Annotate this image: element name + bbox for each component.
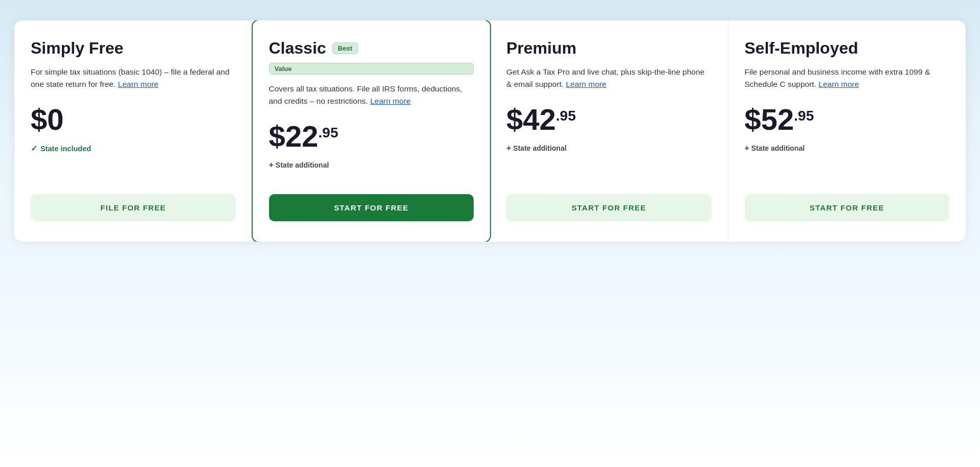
- plan-description-self-employed: File personal and business income with e…: [745, 66, 950, 90]
- cta-button-self-employed[interactable]: START FOR FREE: [745, 194, 950, 221]
- pricing-cards-container: Simply FreeFor simple tax situations (ba…: [14, 20, 966, 242]
- learn-more-link-self-employed[interactable]: Learn more: [818, 80, 859, 88]
- price-main-simply-free: $0: [31, 105, 236, 134]
- checkmark-icon: ✓: [31, 144, 37, 153]
- plan-name-premium: Premium: [506, 39, 711, 58]
- state-note-classic: + State additional: [269, 160, 474, 170]
- price-main-premium: $42.95: [506, 105, 711, 134]
- cta-button-premium[interactable]: START FOR FREE: [506, 194, 711, 221]
- plan-name-classic: ClassicBest: [269, 39, 474, 58]
- price-block-self-employed: $52.95: [745, 105, 950, 134]
- price-main-self-employed: $52.95: [745, 105, 950, 134]
- plan-description-premium: Get Ask a Tax Pro and live chat, plus sk…: [506, 66, 711, 90]
- state-label-simply-free: ✓State included: [31, 144, 236, 153]
- plan-name-simply-free: Simply Free: [31, 39, 236, 58]
- plan-description-simply-free: For simple tax situations (basic 1040) –…: [31, 66, 236, 90]
- cta-area-simply-free: FILE FOR FREE: [31, 180, 236, 221]
- state-note-self-employed: + State additional: [745, 144, 950, 153]
- badge-value-classic: Value: [269, 63, 474, 75]
- price-main-classic: $22.95: [269, 122, 474, 151]
- plan-name-self-employed: Self-Employed: [745, 39, 950, 58]
- cta-button-simply-free[interactable]: FILE FOR FREE: [31, 194, 236, 221]
- cta-area-premium: START FOR FREE: [506, 180, 711, 221]
- badge-best-classic: Best: [332, 42, 358, 54]
- price-block-premium: $42.95: [506, 105, 711, 134]
- price-block-simply-free: $0: [31, 105, 236, 134]
- learn-more-link-classic[interactable]: Learn more: [370, 97, 411, 105]
- state-note-premium: + State additional: [506, 144, 711, 153]
- price-block-classic: $22.95: [269, 122, 474, 151]
- plan-card-premium: PremiumGet Ask a Tax Pro and live chat, …: [490, 20, 728, 242]
- cta-button-classic[interactable]: START FOR FREE: [269, 194, 474, 221]
- learn-more-link-simply-free[interactable]: Learn more: [118, 80, 159, 88]
- cta-area-classic: START FOR FREE: [269, 180, 474, 221]
- plan-card-classic: ClassicBestValueCovers all tax situation…: [252, 20, 492, 242]
- plan-card-self-employed: Self-EmployedFile personal and business …: [728, 20, 966, 242]
- cta-area-self-employed: START FOR FREE: [745, 180, 950, 221]
- learn-more-link-premium[interactable]: Learn more: [566, 80, 606, 88]
- plan-description-classic: Covers all tax situations. File all IRS …: [269, 83, 474, 107]
- plan-card-simply-free: Simply FreeFor simple tax situations (ba…: [14, 20, 253, 242]
